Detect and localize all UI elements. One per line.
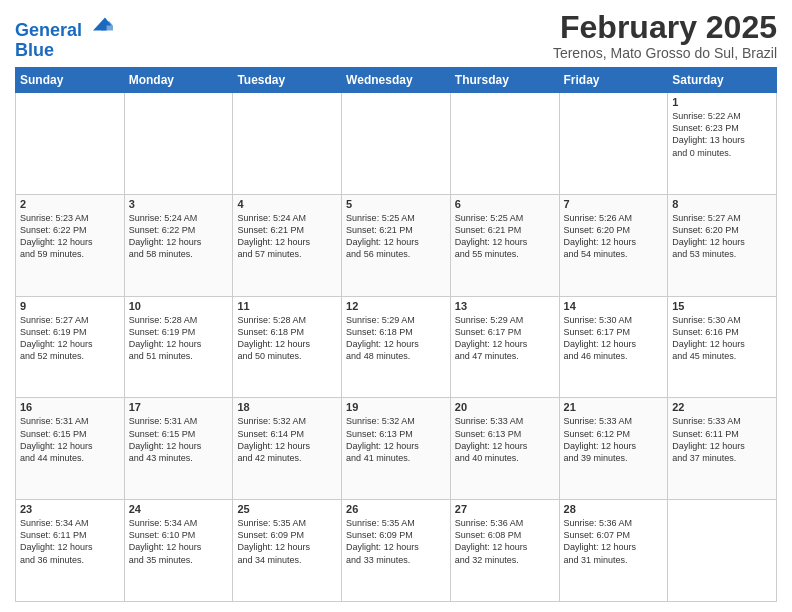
day-number: 15 [672,300,772,312]
calendar-cell: 8Sunrise: 5:27 AMSunset: 6:20 PMDaylight… [668,194,777,296]
day-number: 4 [237,198,337,210]
day-info: Sunrise: 5:26 AMSunset: 6:20 PMDaylight:… [564,212,664,261]
logo-line2: Blue [15,41,113,61]
calendar-week-row: 9Sunrise: 5:27 AMSunset: 6:19 PMDaylight… [16,296,777,398]
day-info: Sunrise: 5:29 AMSunset: 6:18 PMDaylight:… [346,314,446,363]
calendar-cell: 27Sunrise: 5:36 AMSunset: 6:08 PMDayligh… [450,500,559,602]
day-number: 20 [455,401,555,413]
calendar-table: SundayMondayTuesdayWednesdayThursdayFrid… [15,67,777,602]
day-info: Sunrise: 5:25 AMSunset: 6:21 PMDaylight:… [346,212,446,261]
day-info: Sunrise: 5:35 AMSunset: 6:09 PMDaylight:… [346,517,446,566]
day-number: 21 [564,401,664,413]
calendar-cell: 3Sunrise: 5:24 AMSunset: 6:22 PMDaylight… [124,194,233,296]
day-info: Sunrise: 5:34 AMSunset: 6:10 PMDaylight:… [129,517,229,566]
day-number: 11 [237,300,337,312]
calendar-cell [16,93,125,195]
col-header-tuesday: Tuesday [233,68,342,93]
day-number: 8 [672,198,772,210]
day-info: Sunrise: 5:31 AMSunset: 6:15 PMDaylight:… [129,415,229,464]
day-info: Sunrise: 5:32 AMSunset: 6:13 PMDaylight:… [346,415,446,464]
calendar-cell: 17Sunrise: 5:31 AMSunset: 6:15 PMDayligh… [124,398,233,500]
calendar-cell: 18Sunrise: 5:32 AMSunset: 6:14 PMDayligh… [233,398,342,500]
month-title: February 2025 [553,10,777,45]
calendar-cell: 10Sunrise: 5:28 AMSunset: 6:19 PMDayligh… [124,296,233,398]
calendar-cell [233,93,342,195]
calendar-cell: 11Sunrise: 5:28 AMSunset: 6:18 PMDayligh… [233,296,342,398]
page: General Blue February 2025 Terenos, Mato… [0,0,792,612]
col-header-monday: Monday [124,68,233,93]
day-info: Sunrise: 5:23 AMSunset: 6:22 PMDaylight:… [20,212,120,261]
day-info: Sunrise: 5:32 AMSunset: 6:14 PMDaylight:… [237,415,337,464]
day-number: 14 [564,300,664,312]
header: General Blue February 2025 Terenos, Mato… [15,10,777,61]
day-number: 27 [455,503,555,515]
col-header-wednesday: Wednesday [342,68,451,93]
day-info: Sunrise: 5:35 AMSunset: 6:09 PMDaylight:… [237,517,337,566]
day-number: 10 [129,300,229,312]
day-info: Sunrise: 5:36 AMSunset: 6:07 PMDaylight:… [564,517,664,566]
day-number: 7 [564,198,664,210]
calendar-cell: 5Sunrise: 5:25 AMSunset: 6:21 PMDaylight… [342,194,451,296]
day-info: Sunrise: 5:24 AMSunset: 6:22 PMDaylight:… [129,212,229,261]
calendar-cell: 9Sunrise: 5:27 AMSunset: 6:19 PMDaylight… [16,296,125,398]
calendar-cell [668,500,777,602]
calendar-cell: 16Sunrise: 5:31 AMSunset: 6:15 PMDayligh… [16,398,125,500]
calendar-cell: 20Sunrise: 5:33 AMSunset: 6:13 PMDayligh… [450,398,559,500]
calendar-cell: 25Sunrise: 5:35 AMSunset: 6:09 PMDayligh… [233,500,342,602]
title-block: February 2025 Terenos, Mato Grosso do Su… [553,10,777,61]
day-number: 25 [237,503,337,515]
calendar-week-row: 1Sunrise: 5:22 AMSunset: 6:23 PMDaylight… [16,93,777,195]
calendar-cell: 4Sunrise: 5:24 AMSunset: 6:21 PMDaylight… [233,194,342,296]
day-info: Sunrise: 5:28 AMSunset: 6:18 PMDaylight:… [237,314,337,363]
day-info: Sunrise: 5:22 AMSunset: 6:23 PMDaylight:… [672,110,772,159]
day-number: 17 [129,401,229,413]
day-info: Sunrise: 5:36 AMSunset: 6:08 PMDaylight:… [455,517,555,566]
day-number: 28 [564,503,664,515]
calendar-cell [450,93,559,195]
calendar-header-row: SundayMondayTuesdayWednesdayThursdayFrid… [16,68,777,93]
calendar-cell: 12Sunrise: 5:29 AMSunset: 6:18 PMDayligh… [342,296,451,398]
day-info: Sunrise: 5:24 AMSunset: 6:21 PMDaylight:… [237,212,337,261]
location: Terenos, Mato Grosso do Sul, Brazil [553,45,777,61]
day-info: Sunrise: 5:29 AMSunset: 6:17 PMDaylight:… [455,314,555,363]
calendar-cell: 6Sunrise: 5:25 AMSunset: 6:21 PMDaylight… [450,194,559,296]
calendar-cell: 23Sunrise: 5:34 AMSunset: 6:11 PMDayligh… [16,500,125,602]
day-number: 19 [346,401,446,413]
calendar-cell: 7Sunrise: 5:26 AMSunset: 6:20 PMDaylight… [559,194,668,296]
day-number: 13 [455,300,555,312]
day-number: 6 [455,198,555,210]
calendar-cell: 28Sunrise: 5:36 AMSunset: 6:07 PMDayligh… [559,500,668,602]
calendar-cell [559,93,668,195]
col-header-saturday: Saturday [668,68,777,93]
calendar-cell: 26Sunrise: 5:35 AMSunset: 6:09 PMDayligh… [342,500,451,602]
day-info: Sunrise: 5:30 AMSunset: 6:17 PMDaylight:… [564,314,664,363]
calendar-week-row: 2Sunrise: 5:23 AMSunset: 6:22 PMDaylight… [16,194,777,296]
day-info: Sunrise: 5:28 AMSunset: 6:19 PMDaylight:… [129,314,229,363]
calendar-cell: 13Sunrise: 5:29 AMSunset: 6:17 PMDayligh… [450,296,559,398]
calendar-cell: 14Sunrise: 5:30 AMSunset: 6:17 PMDayligh… [559,296,668,398]
day-number: 12 [346,300,446,312]
day-info: Sunrise: 5:33 AMSunset: 6:13 PMDaylight:… [455,415,555,464]
day-info: Sunrise: 5:33 AMSunset: 6:11 PMDaylight:… [672,415,772,464]
calendar-cell: 2Sunrise: 5:23 AMSunset: 6:22 PMDaylight… [16,194,125,296]
calendar-cell: 19Sunrise: 5:32 AMSunset: 6:13 PMDayligh… [342,398,451,500]
day-info: Sunrise: 5:27 AMSunset: 6:20 PMDaylight:… [672,212,772,261]
day-number: 5 [346,198,446,210]
day-number: 24 [129,503,229,515]
logo-text: General [15,14,113,41]
day-info: Sunrise: 5:25 AMSunset: 6:21 PMDaylight:… [455,212,555,261]
day-info: Sunrise: 5:34 AMSunset: 6:11 PMDaylight:… [20,517,120,566]
calendar-week-row: 16Sunrise: 5:31 AMSunset: 6:15 PMDayligh… [16,398,777,500]
day-number: 3 [129,198,229,210]
calendar-cell: 24Sunrise: 5:34 AMSunset: 6:10 PMDayligh… [124,500,233,602]
day-number: 9 [20,300,120,312]
day-number: 26 [346,503,446,515]
calendar-cell [124,93,233,195]
calendar-cell: 21Sunrise: 5:33 AMSunset: 6:12 PMDayligh… [559,398,668,500]
logo-line1: General [15,20,82,40]
day-number: 23 [20,503,120,515]
col-header-thursday: Thursday [450,68,559,93]
day-info: Sunrise: 5:33 AMSunset: 6:12 PMDaylight:… [564,415,664,464]
col-header-friday: Friday [559,68,668,93]
day-info: Sunrise: 5:30 AMSunset: 6:16 PMDaylight:… [672,314,772,363]
